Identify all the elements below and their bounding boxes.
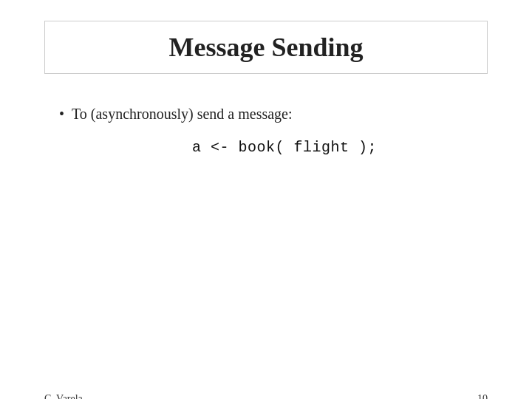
footer-author: C. Varela bbox=[44, 393, 83, 399]
footer: C. Varela 10 bbox=[0, 393, 532, 399]
bullet-item: • To (asynchronously) send a message: bbox=[59, 103, 532, 124]
footer-page: 10 bbox=[477, 393, 488, 399]
slide-title: Message Sending bbox=[168, 33, 363, 62]
code-line: a <- book( flight ); bbox=[192, 139, 377, 156]
bullet-dot: • bbox=[59, 103, 64, 124]
code-block: a <- book( flight ); bbox=[192, 139, 532, 156]
bullet-text: To (asynchronously) send a message: bbox=[72, 103, 293, 124]
slide: Message Sending • To (asynchronously) se… bbox=[0, 21, 532, 399]
title-box: Message Sending bbox=[44, 21, 488, 74]
content-area: • To (asynchronously) send a message: a … bbox=[0, 103, 532, 156]
